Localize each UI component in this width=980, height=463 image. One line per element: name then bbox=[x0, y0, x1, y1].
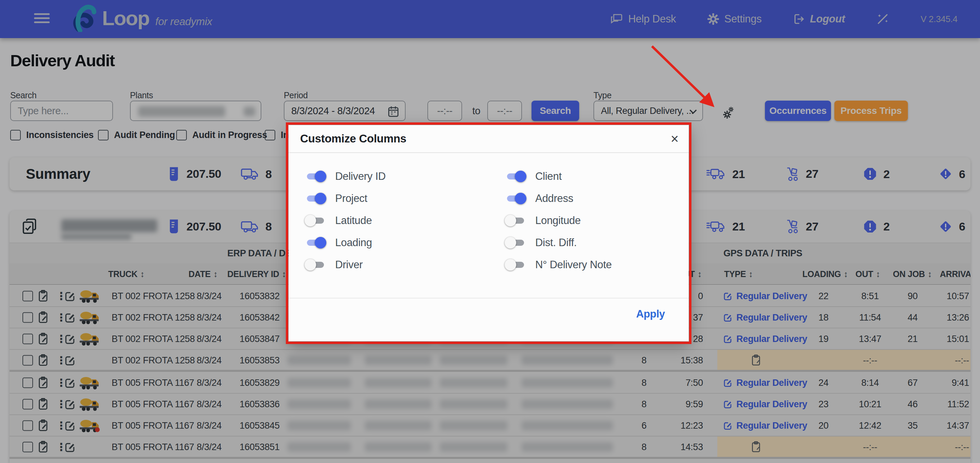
toggle-driver[interactable]: Driver bbox=[305, 259, 504, 271]
switch[interactable] bbox=[504, 171, 527, 182]
toggle-latitude[interactable]: Latitude bbox=[305, 215, 504, 227]
modal-header: Customize Columns × bbox=[288, 125, 689, 153]
switch[interactable] bbox=[504, 215, 527, 227]
switch[interactable] bbox=[305, 193, 326, 204]
modal-toggle-grid: Delivery ID Client Project Address Latit… bbox=[305, 171, 612, 271]
switch[interactable] bbox=[305, 215, 326, 227]
toggle-longitude[interactable]: Longitude bbox=[504, 215, 612, 227]
toggle-address[interactable]: Address bbox=[504, 193, 612, 204]
toggle-dist-diff[interactable]: Dist. Diff. bbox=[504, 237, 612, 249]
switch[interactable] bbox=[504, 237, 527, 249]
modal-title: Customize Columns bbox=[300, 132, 406, 145]
customize-columns-modal: Customize Columns × Delivery ID Client P… bbox=[288, 125, 689, 341]
toggle-loading[interactable]: Loading bbox=[305, 237, 504, 249]
switch[interactable] bbox=[504, 193, 527, 204]
switch[interactable] bbox=[305, 237, 326, 249]
modal-footer-divider bbox=[288, 298, 689, 298]
close-icon[interactable]: × bbox=[671, 132, 679, 146]
apply-button[interactable]: Apply bbox=[636, 308, 665, 320]
delivery-audit-page: Loop for readymix Help Desk bbox=[0, 0, 980, 463]
switch[interactable] bbox=[504, 259, 527, 271]
toggle-project[interactable]: Project bbox=[305, 193, 504, 204]
toggle-delivery-note[interactable]: N° Delivery Note bbox=[504, 259, 612, 271]
switch[interactable] bbox=[305, 171, 326, 182]
toggle-client[interactable]: Client bbox=[504, 171, 612, 182]
toggle-delivery-id[interactable]: Delivery ID bbox=[305, 171, 504, 182]
switch[interactable] bbox=[305, 259, 326, 271]
